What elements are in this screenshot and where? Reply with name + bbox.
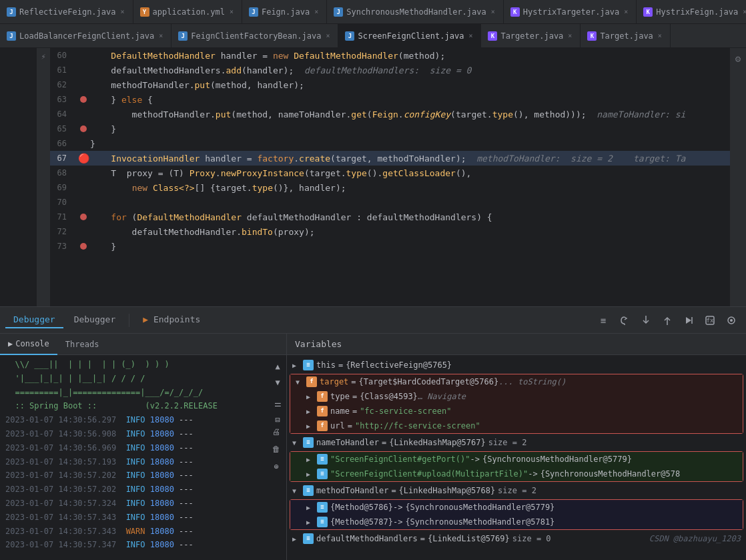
target-type-icon: f (306, 376, 317, 387)
endpoints-tab[interactable]: ▶ Endpoints (135, 312, 208, 328)
code-line-61: 61 defaultMethodHandlers.add(handler); d… (50, 63, 730, 77)
marker-63 (77, 96, 90, 103)
expand-name-icon: ▶ (306, 406, 317, 416)
run-to-cursor-btn[interactable] (679, 311, 698, 330)
tab-targeter-close[interactable]: × (567, 32, 573, 39)
debugger-tab-2[interactable]: Debugger (66, 312, 124, 328)
step-into-btn[interactable] (637, 311, 655, 330)
code-text-65: } (90, 124, 723, 134)
gutter-icon-1[interactable]: ⚡ (37, 51, 49, 63)
evaluate-btn[interactable]: fx (701, 311, 719, 330)
debugger-tab-1[interactable]: Debugger (5, 312, 63, 328)
console-nav: ▲ ▼ ⚌ ⊟ (269, 358, 286, 429)
console-tabs: ▶ Console Threads (0, 334, 286, 355)
target-highlight-box: ▼ f target = {Target$HardCodedTarget@576… (290, 374, 743, 434)
mth-var-name: methodToHandler (316, 485, 388, 497)
code-line-68: 68 T proxy = (T) Proxy.newProxyInstance(… (50, 166, 730, 180)
clear-btn[interactable]: 🗑 (269, 442, 284, 457)
var-row-target[interactable]: ▼ f target = {Target$HardCodedTarget@576… (290, 374, 743, 389)
tab-target-close[interactable]: × (657, 32, 663, 39)
tab-sync[interactable]: J SynchronousMethodHandler.java × (327, 0, 504, 24)
var-row-mth-1[interactable]: ▶ ≡ {Method@5786} -> {SynchronousMethodH… (290, 500, 743, 515)
target-var-name: target (320, 376, 348, 388)
name-var-name: name (330, 405, 350, 417)
tab-hystrix-feign-close[interactable]: × (741, 8, 746, 15)
tab-feign-factory-close[interactable]: × (324, 32, 331, 39)
var-row-this[interactable]: ▶ ≡ this = {ReflectiveFeign@5765} (287, 358, 746, 372)
tab-application[interactable]: Y application.yml × (133, 0, 242, 24)
line-num-64: 64 (50, 109, 77, 119)
console-body: ▲ ▼ ⚌ ⊟ 🖨 🗑 ⊕ \\/ ___|| | | | | | (_) ) … (0, 355, 286, 560)
url-eq: = (348, 420, 352, 432)
tab-application-close[interactable]: × (228, 8, 235, 15)
line-num-72: 72 (50, 227, 77, 236)
java-icon-5: J (178, 31, 188, 41)
threads-tab[interactable]: Threads (57, 334, 107, 355)
tab-hystrix-targeter[interactable]: K HystrixTargeter.java × (504, 0, 637, 24)
console-tab-label: Console (15, 339, 49, 348)
var-row-name[interactable]: ▶ f name = "fc-service-screen" (290, 404, 743, 418)
mth1-key: {Method@5786} (330, 501, 393, 513)
tab-reflective[interactable]: J ReflectiveFeign.java × (0, 0, 133, 24)
show-execution-point-btn[interactable]: ≡ (594, 311, 613, 330)
code-text-68: T proxy = (T) Proxy.newProxyInstance(tar… (90, 168, 723, 178)
var-row-nth-2[interactable]: ▶ ≡ "ScreenFeignClient#upload(MultipartF… (290, 467, 743, 481)
console-tab[interactable]: ▶ Console (0, 334, 57, 355)
tab-hystrix-targeter-close[interactable]: × (623, 8, 629, 15)
tab-screen-feign[interactable]: J ScreenFeignClient.java × (338, 24, 481, 48)
format-btn[interactable]: ⚌ (270, 396, 285, 411)
tab-feign-close[interactable]: × (313, 8, 320, 15)
tab-targeter[interactable]: K Targeter.java × (481, 24, 581, 48)
name-type-icon: f (317, 406, 328, 416)
code-line-70: 70 (50, 195, 730, 210)
type-comment: … Navigate (418, 390, 466, 402)
nth-var-name: nameToHandler (316, 437, 379, 449)
settings-icon[interactable]: ⚙ (735, 53, 741, 64)
mth-type-icon: ≡ (303, 485, 314, 496)
tab-loadbalancer-close[interactable]: × (157, 32, 164, 39)
debugger-panel: Debugger Debugger ▶ Endpoints ≡ (0, 306, 746, 560)
scroll-down-btn[interactable]: ▼ (270, 375, 285, 390)
tab-feign-factory[interactable]: J FeignClientFactoryBean.java × (171, 24, 338, 48)
name-eq: = (352, 405, 357, 417)
log-7: 2023-01-07 14:30:57.324 INFO 18080 --- (0, 497, 286, 511)
expand-nth2-icon: ▶ (306, 469, 317, 479)
var-row-dmh[interactable]: ▶ ≡ defaultMethodHandlers = {LinkedList@… (287, 531, 746, 546)
var-row-mth[interactable]: ▼ ≡ methodToHandler = {LinkedHashMap@576… (287, 483, 746, 498)
tab-hystrix-feign-label: HystrixFeign.java (656, 7, 738, 17)
target-eq: = (351, 376, 356, 388)
line-num-66: 66 (50, 139, 77, 148)
code-text-71: for (DefaultMethodHandler defaultMethodH… (90, 212, 723, 222)
spring-banner-2: '|___|_|_| | |__|_| / / / / (0, 372, 286, 386)
tab-screen-feign-close[interactable]: × (467, 32, 474, 39)
code-content: 60 DefaultMethodHandler handler = new De… (50, 48, 730, 306)
code-line-69: 69 new Class<?>[] {target.type()}, handl… (50, 180, 730, 195)
tab-sync-close[interactable]: × (490, 8, 496, 15)
code-text-60: DefaultMethodHandler handler = new Defau… (90, 51, 723, 61)
mth-eq: = (391, 485, 396, 497)
tab-reflective-close[interactable]: × (119, 8, 126, 15)
nth2-type-icon: ≡ (317, 469, 328, 479)
watch-btn[interactable] (722, 311, 741, 330)
tab-sync-label: SynchronousMethodHandler.java (346, 7, 486, 17)
url-type-icon: f (317, 421, 328, 431)
step-over-btn[interactable] (615, 311, 634, 330)
var-row-type[interactable]: ▶ f type = {Class@4593} … Navigate (290, 389, 743, 404)
variables-panel: Variables ▶ ≡ this = {ReflectiveFeign@57… (287, 334, 746, 560)
tab-loadbalancer[interactable]: J LoadBalancerFeignClient.java × (0, 24, 171, 48)
print-btn[interactable]: 🖨 (269, 425, 284, 439)
scroll-lock-btn[interactable]: ⊕ (269, 459, 284, 474)
log-6: 2023-01-07 14:30:57.202 INFO 18080 --- (0, 483, 286, 497)
var-row-mth-2[interactable]: ▶ ≡ {Method@5787} -> {SynchronousMethodH… (290, 515, 743, 529)
var-row-url[interactable]: ▶ f url = "http://fc-service-screen" (290, 418, 743, 433)
tab-hystrix-feign[interactable]: K HystrixFeign.java × (637, 0, 746, 24)
step-out-btn[interactable] (658, 311, 677, 330)
scroll-up-btn[interactable]: ▲ (270, 359, 285, 374)
line-num-63: 63 (50, 95, 77, 104)
type-var-name: type (330, 390, 350, 402)
var-row-nth-1[interactable]: ▶ ≡ "ScreenFeignClient#getPort()" -> {Sy… (290, 452, 743, 467)
var-row-name-to-handler[interactable]: ▼ ≡ nameToHandler = {LinkedHashMap@5767}… (287, 435, 746, 450)
marker-65 (77, 125, 90, 132)
tab-feign[interactable]: J Feign.java × (242, 0, 327, 24)
tab-target[interactable]: K Target.java × (581, 24, 671, 48)
